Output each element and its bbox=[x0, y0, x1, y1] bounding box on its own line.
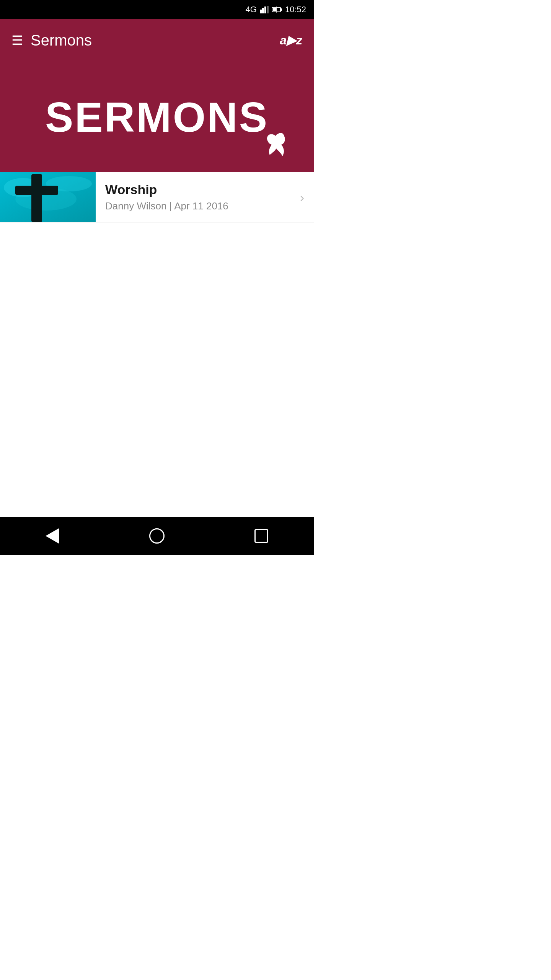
home-button[interactable] bbox=[145, 524, 168, 547]
svg-rect-3 bbox=[267, 6, 269, 13]
network-indicator: 4G bbox=[246, 5, 257, 15]
chevron-right-icon: › bbox=[300, 190, 314, 205]
battery-icon bbox=[272, 7, 282, 13]
svg-rect-0 bbox=[260, 10, 262, 13]
svg-rect-13 bbox=[31, 174, 42, 222]
back-icon bbox=[46, 528, 59, 544]
banner-title: SERMONS bbox=[45, 93, 269, 141]
sermon-info: Worship Danny Wilson | Apr 11 2016 bbox=[96, 175, 300, 220]
menu-icon[interactable]: ☰ bbox=[11, 34, 23, 47]
sermon-meta: Danny Wilson | Apr 11 2016 bbox=[105, 200, 290, 212]
bottom-nav bbox=[0, 517, 314, 555]
svg-rect-2 bbox=[264, 7, 266, 13]
sermon-item[interactable]: Worship Danny Wilson | Apr 11 2016 › bbox=[0, 172, 314, 222]
home-icon bbox=[149, 528, 165, 544]
sermons-banner: SERMONS bbox=[0, 61, 314, 172]
page-title: Sermons bbox=[31, 32, 280, 49]
az-logo[interactable]: a▶z bbox=[280, 33, 302, 47]
recents-icon bbox=[254, 529, 268, 543]
sermon-thumbnail bbox=[0, 172, 96, 222]
signal-icon bbox=[260, 6, 269, 13]
status-bar: 4G 10:52 bbox=[0, 0, 314, 19]
sermon-list: Worship Danny Wilson | Apr 11 2016 › bbox=[0, 172, 314, 517]
svg-rect-14 bbox=[15, 186, 58, 195]
app-bar: ☰ Sermons a▶z bbox=[0, 19, 314, 61]
clock: 10:52 bbox=[285, 5, 306, 15]
svg-point-8 bbox=[278, 135, 282, 139]
svg-rect-1 bbox=[262, 8, 264, 13]
recents-button[interactable] bbox=[250, 524, 273, 547]
svg-rect-6 bbox=[281, 8, 282, 11]
cross-image bbox=[0, 172, 96, 222]
back-button[interactable] bbox=[41, 524, 64, 547]
dove-icon bbox=[260, 130, 291, 161]
sermon-title: Worship bbox=[105, 182, 290, 197]
